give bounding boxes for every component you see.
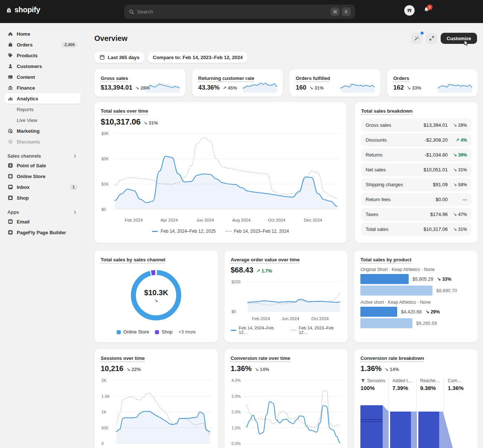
magic-wand-icon <box>414 35 420 41</box>
sidebar-item-online-store[interactable]: Online Store <box>4 171 81 181</box>
date-range-picker[interactable]: Last 365 days <box>94 52 144 63</box>
sidebar-item-customers[interactable]: Customers <box>4 61 81 71</box>
shop-icon <box>7 195 13 201</box>
storefront-icon <box>406 7 412 13</box>
sessions-value: 10,216 <box>101 364 123 373</box>
channel-legend-online-store: Online Store <box>117 329 149 335</box>
store-avatar[interactable] <box>404 5 415 16</box>
kpi-value: 162 <box>393 84 404 91</box>
svg-text:$: $ <box>10 164 12 167</box>
sidebar-item-reports[interactable]: Reports <box>4 104 81 115</box>
search-shortcut: ⌘ K <box>331 7 351 16</box>
sidebar-section-sales-channels: Sales channels <box>7 154 78 159</box>
breakdown-list: Gross sales$13,394.01↘ 28%Discounts-$2,3… <box>361 119 471 236</box>
compare-picker[interactable]: Compare to: Feb 14, 2023–Feb 12, 2024 <box>148 52 247 63</box>
sidebar-item-analytics[interactable]: Analytics <box>4 93 81 104</box>
conversion-delta: ↘ 14% <box>255 367 269 372</box>
conversion-title[interactable]: Conversion rate over time <box>231 355 290 361</box>
kpi-title[interactable]: Orders <box>393 75 409 81</box>
sidebar-item-discounts[interactable]: Discounts <box>4 136 81 147</box>
products-title[interactable]: Total sales by product <box>360 257 411 262</box>
sidebar-item-label: Shop <box>17 195 29 201</box>
sidebar-item-label: Content <box>17 74 35 80</box>
legend-item: Feb 14, 2024–Feb 12… <box>231 326 282 335</box>
sidebar-item-label: Customers <box>17 64 42 69</box>
kpi-delta: ↘ 33% <box>407 85 421 91</box>
svg-text:1.0%: 1.0% <box>231 426 241 430</box>
total-sales-title[interactable]: Total sales over time <box>101 108 148 114</box>
customize-button[interactable]: Customize <box>441 33 477 44</box>
online_store-icon <box>7 173 13 179</box>
svg-text:Jun 2024: Jun 2024 <box>282 316 299 321</box>
breakdown-row-taxes: Taxes$174.96↘ 47% <box>361 208 471 221</box>
breakdown-delta: — <box>448 197 467 202</box>
solid-line-swatch <box>231 330 236 331</box>
sidebar-item-shop[interactable]: Shop <box>4 193 81 203</box>
shopify-logo[interactable]: S shopify <box>6 6 40 14</box>
sidebar-item-home[interactable]: Home <box>4 29 81 39</box>
current-period-delta: ↘ 33% <box>437 276 451 282</box>
search-input[interactable]: Search ⌘ K <box>124 5 355 19</box>
conversion-breakdown-card: Conversion rate breakdown 1.36% ↘ 14% Se… <box>354 349 478 448</box>
sidebar-item-orders[interactable]: Orders2,406 <box>4 39 81 50</box>
kpi-title[interactable]: Orders fulfilled <box>296 75 330 81</box>
breakdown-title[interactable]: Total sales breakdown <box>361 108 412 114</box>
sidebar-item-label: Marketing <box>17 128 39 134</box>
dotted-line-swatch <box>291 330 296 331</box>
sidebar-item-label: Point of Sale <box>17 163 46 168</box>
solid-line-swatch <box>152 231 158 232</box>
funnel-title[interactable]: Conversion rate breakdown <box>360 355 424 361</box>
kpi-sparkline <box>340 79 375 93</box>
legend-label: Online Store <box>123 329 149 335</box>
breakdown-value: -$2,308.20 <box>425 137 448 143</box>
kpi-value: $13,394.01 <box>101 84 132 91</box>
kpi-sparkline <box>242 79 278 93</box>
breakdown-value: $10,051.01 <box>424 167 448 173</box>
sidebar-item-pagefly-page-builder[interactable]: PageFly Page Builder <box>4 227 81 238</box>
sidebar-item-products[interactable]: Products <box>4 50 81 61</box>
sidebar-item-marketing[interactable]: Marketing <box>4 126 81 136</box>
svg-text:Jun 2024: Jun 2024 <box>196 218 214 222</box>
aov-chart: $0$200Feb 2024Jun 2024Oct 2024 <box>231 276 342 322</box>
breakdown-value: $91.09 <box>433 182 448 187</box>
breakdown-label: Gross sales <box>366 122 424 128</box>
sidebar-item-label: Live View <box>17 117 37 123</box>
funnel-step-label: Com… <box>448 378 461 383</box>
expand-button[interactable] <box>426 33 437 44</box>
sidebar-item-finance[interactable]: Finance <box>4 83 81 93</box>
sidebar-item-live-view[interactable]: Live View <box>4 115 81 125</box>
inbox-icon <box>7 184 13 190</box>
total-sales-delta: ↘ 31% <box>143 120 158 126</box>
sidebar-item-email[interactable]: Email <box>4 216 81 227</box>
kpi-value: 160 <box>296 84 306 91</box>
discounts-icon <box>7 139 13 145</box>
sidebar-item-label: Online Store <box>17 174 45 179</box>
legend-label: Feb 14, 2023–Feb 12… <box>299 326 341 335</box>
funnel-step-reache: Reache…9.38% <box>416 378 444 391</box>
insights-button[interactable] <box>411 33 422 44</box>
svg-text:$1K: $1K <box>101 182 109 186</box>
sidebar-item-label: Inbox <box>17 184 30 190</box>
breakdown-row-net-sales: Net sales$10,051.01↘ 31% <box>361 163 471 176</box>
sidebar-item-inbox[interactable]: Inbox1 <box>4 182 81 192</box>
svg-text:Aug 2024: Aug 2024 <box>232 218 251 222</box>
topbar: S shopify Search ⌘ K 7 <box>0 0 483 23</box>
chevron-right-icon[interactable] <box>72 210 78 215</box>
sidebar-item-point-of-sale[interactable]: $Point of Sale <box>4 160 81 171</box>
aov-title[interactable]: Average order value over time <box>231 257 300 262</box>
chevron-right-icon[interactable] <box>72 154 78 159</box>
sessions-title[interactable]: Sessions over time <box>101 355 145 361</box>
kpi-card-returning-customer-rate: Returning customer rate43.36%↗ 45% <box>192 69 283 97</box>
conversion-value: 1.36% <box>231 364 252 373</box>
previous-period-bar <box>360 286 432 296</box>
channel-title[interactable]: Total sales by sales channel <box>101 257 165 262</box>
legend-item: Feb 14, 2023–Feb 12, 2024 <box>226 229 289 234</box>
notifications-button[interactable]: 7 <box>424 7 429 14</box>
channel-more-label[interactable]: +3 more <box>179 329 196 335</box>
sessions-chart: 05001K1.5K2K <box>101 377 212 448</box>
product-previous-row: $8,690.70 <box>360 286 471 296</box>
svg-text:Dec 2024: Dec 2024 <box>304 218 322 222</box>
kpi-title[interactable]: Gross sales <box>101 75 128 81</box>
channel-center-value: $10.3K <box>144 289 168 297</box>
sidebar-item-content[interactable]: Content <box>4 72 81 82</box>
